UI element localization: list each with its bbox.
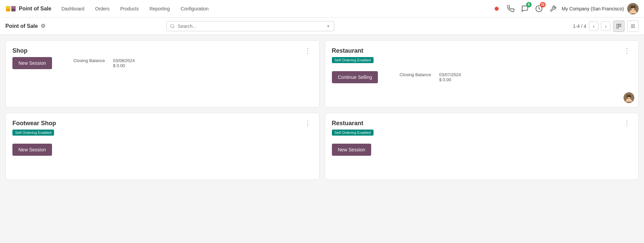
prev-page-button[interactable]: ‹: [589, 21, 598, 31]
card-restuarant-header: Restuarant ⋮: [332, 120, 632, 127]
shop-closing-label: Closing Balance: [73, 58, 105, 63]
user-avatar[interactable]: [627, 3, 639, 14]
svg-point-18: [626, 98, 632, 102]
main-content: Shop ⋮ New Session Closing Balance 03/08…: [0, 35, 644, 185]
svg-point-4: [495, 7, 499, 11]
card-restuarant: Restuarant ⋮ Self Ordering Enabled New S…: [325, 113, 639, 180]
footwear-self-ordering-badge: Self Ordering Enabled: [12, 130, 54, 136]
card-restaurant-menu-btn[interactable]: ⋮: [622, 47, 632, 54]
page-title: Point of Sale: [5, 23, 38, 29]
list-view-button[interactable]: [627, 20, 639, 32]
svg-point-7: [629, 9, 637, 13]
restuarant-new-session-button[interactable]: New Session: [332, 144, 371, 156]
activity-badge: 32: [540, 2, 546, 7]
nav-orders[interactable]: Orders: [90, 4, 114, 13]
card-shop-title: Shop: [12, 47, 28, 54]
card-footwear-menu-btn[interactable]: ⋮: [303, 120, 312, 127]
svg-rect-12: [617, 24, 618, 28]
shop-closing-info: Closing Balance 03/08/2024 $ 0.00: [73, 58, 135, 68]
nav-configuration[interactable]: Configuration: [176, 4, 213, 13]
shop-closing-date: 03/08/2024: [113, 58, 135, 63]
card-footwear-body: New Session: [12, 144, 312, 156]
pagination-text: 1-4 / 4: [573, 23, 586, 29]
card-shop-body: New Session Closing Balance 03/08/2024 $…: [12, 57, 312, 69]
restaurant-closing-value-col: 03/07/2024 $ 0.00: [439, 72, 461, 82]
svg-rect-2: [6, 6, 10, 9]
card-restaurant-title: Restaurant: [332, 47, 363, 54]
card-shop-header: Shop ⋮: [12, 47, 312, 54]
card-restaurant: Restaurant ⋮ Self Ordering Enabled Conti…: [325, 40, 639, 107]
restaurant-user-avatar: [624, 92, 634, 103]
nav-dashboard[interactable]: Dashboard: [57, 4, 89, 13]
card-shop: Shop ⋮ New Session Closing Balance 03/08…: [5, 40, 319, 107]
card-footwear-header: Footwear Shop ⋮: [12, 120, 312, 127]
shop-closing-label-col: Closing Balance: [73, 58, 105, 68]
kanban-view-button[interactable]: [613, 20, 625, 32]
status-indicator[interactable]: [491, 3, 502, 14]
restaurant-closing-date: 03/07/2024: [439, 72, 461, 77]
shop-new-session-button[interactable]: New Session: [12, 57, 52, 69]
nav-reporting[interactable]: Reporting: [145, 4, 175, 13]
search-input[interactable]: [178, 23, 323, 29]
card-restaurant-body: Continue Selling Closing Balance 03/07/2…: [332, 71, 632, 83]
app-logo[interactable]: Point of Sale: [5, 3, 51, 14]
svg-rect-3: [11, 6, 16, 9]
restaurant-closing-info: Closing Balance 03/07/2024 $ 0.00: [399, 72, 461, 82]
restaurant-closing-amount: $ 0.00: [439, 77, 461, 82]
card-restaurant-header: Restaurant ⋮: [332, 47, 632, 54]
svg-point-10: [171, 24, 174, 27]
restaurant-continue-selling-button[interactable]: Continue Selling: [332, 71, 378, 83]
svg-rect-9: [630, 7, 636, 8]
card-restuarant-body: New Session: [332, 144, 632, 156]
card-restuarant-menu-btn[interactable]: ⋮: [622, 120, 632, 127]
secondary-bar: Point of Sale ⚙ ▾ 1-4 / 4 ‹ ›: [0, 17, 644, 35]
phone-icon-btn[interactable]: [505, 3, 516, 14]
app-logo-text: Point of Sale: [19, 6, 51, 12]
svg-rect-20: [627, 96, 631, 97]
nav-products[interactable]: Products: [115, 4, 143, 13]
shop-closing-value-col: 03/08/2024 $ 0.00: [113, 58, 135, 68]
chat-badge: 6: [526, 2, 532, 7]
topnav-right-section: 6 32 My Company (San Francisco): [491, 3, 639, 14]
card-restuarant-title: Restuarant: [332, 120, 363, 127]
settings-icon-btn[interactable]: [548, 3, 558, 14]
restaurant-self-ordering-badge: Self Ordering Enabled: [332, 57, 374, 63]
restuarant-self-ordering-badge: Self Ordering Enabled: [332, 130, 374, 136]
company-name[interactable]: My Company (San Francisco): [562, 6, 624, 11]
subbar-right: 1-4 / 4 ‹ ›: [573, 20, 639, 32]
search-icon: [170, 24, 175, 29]
card-footwear-shop: Footwear Shop ⋮ Self Ordering Enabled Ne…: [5, 113, 319, 180]
card-footwear-title: Footwear Shop: [12, 120, 56, 127]
restaurant-closing-label-col: Closing Balance: [399, 72, 431, 82]
search-dropdown-icon[interactable]: ▾: [326, 24, 331, 29]
search-bar[interactable]: ▾: [166, 21, 334, 31]
svg-rect-13: [619, 24, 621, 27]
chat-icon-btn[interactable]: 6: [519, 3, 530, 14]
shop-closing-amount: $ 0.00: [113, 63, 135, 68]
next-page-button[interactable]: ›: [601, 21, 610, 31]
page-settings-icon[interactable]: ⚙: [41, 23, 45, 29]
restaurant-closing-label: Closing Balance: [399, 72, 431, 77]
footwear-new-session-button[interactable]: New Session: [12, 144, 52, 156]
svg-line-11: [174, 27, 175, 28]
card-shop-menu-btn[interactable]: ⋮: [303, 47, 312, 54]
page-title-section: Point of Sale ⚙: [5, 23, 45, 29]
activity-icon-btn[interactable]: 32: [534, 3, 544, 14]
top-navigation: Point of Sale Dashboard Orders Products …: [0, 0, 644, 17]
